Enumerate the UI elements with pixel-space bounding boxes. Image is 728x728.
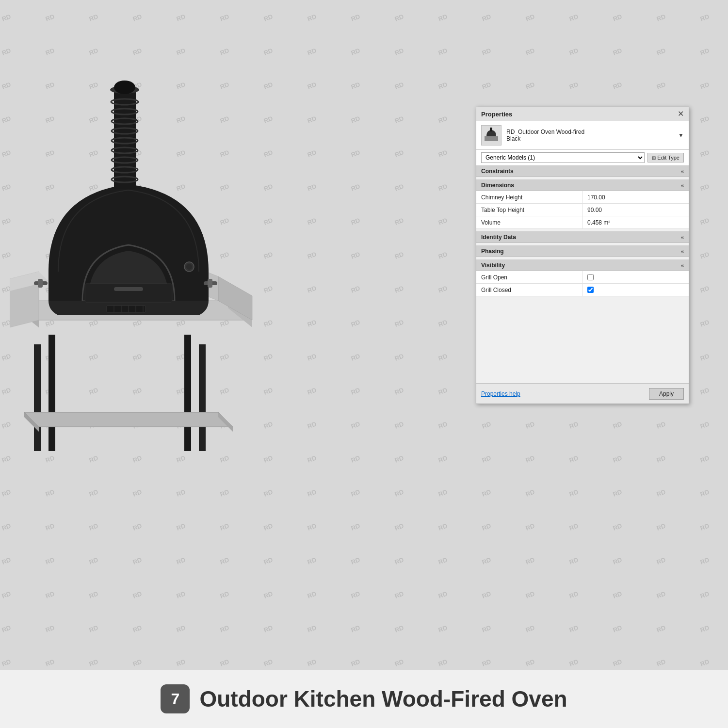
edit-type-button[interactable]: ⊞ Edit Type	[647, 153, 684, 162]
svg-rect-38	[107, 306, 146, 312]
svg-rect-37	[38, 279, 43, 288]
svg-rect-18	[85, 284, 172, 302]
panel-title: Properties	[481, 111, 512, 118]
svg-rect-44	[485, 136, 498, 141]
prop-row-volume: Volume 0.458 m³	[476, 216, 689, 229]
svg-point-33	[114, 81, 135, 94]
section-label-constraints: Constraints	[481, 168, 514, 175]
section-header-constraints[interactable]: Constraints «	[476, 166, 689, 177]
prop-label-chimney-height: Chimney Height	[476, 191, 582, 203]
prop-label-grill-closed: Grill Closed	[476, 284, 582, 296]
section-toggle-visibility[interactable]: «	[681, 262, 684, 268]
object-dropdown-arrow[interactable]: ▼	[678, 132, 684, 139]
prop-row-chimney-height: Chimney Height 170.00	[476, 191, 689, 204]
prop-row-table-top-height: Table Top Height 90.00	[476, 204, 689, 216]
section-header-dimensions[interactable]: Dimensions «	[476, 180, 689, 191]
panel-titlebar: Properties ✕	[476, 107, 689, 121]
type-selector-dropdown[interactable]: Generic Models (1)	[481, 152, 645, 163]
section-toggle-phasing[interactable]: «	[681, 248, 684, 254]
object-name-line1: RD_Outdoor Oven Wood-fired	[506, 129, 673, 135]
object-name-container: RD_Outdoor Oven Wood-fired Black	[506, 129, 673, 142]
panel-footer: Properties help Apply	[476, 384, 689, 404]
grill-closed-checkbox[interactable]	[587, 287, 594, 293]
item-number: 7	[161, 684, 190, 713]
section-label-visibility: Visibility	[481, 262, 505, 269]
section-toggle-dimensions[interactable]: «	[681, 182, 684, 188]
section-toggle-constraints[interactable]: «	[681, 168, 684, 174]
svg-rect-5	[199, 344, 206, 451]
svg-rect-3	[184, 335, 191, 451]
svg-marker-6	[24, 412, 233, 427]
svg-point-21	[186, 264, 192, 270]
prop-value-grill-closed	[582, 284, 689, 296]
prop-label-table-top-height: Table Top Height	[476, 204, 582, 216]
svg-rect-2	[49, 335, 55, 451]
prop-value-chimney-height: 170.00	[582, 191, 689, 203]
apply-button[interactable]: Apply	[649, 388, 684, 400]
prop-value-grill-open	[582, 271, 689, 283]
close-icon[interactable]: ✕	[678, 110, 684, 118]
prop-label-volume: Volume	[476, 216, 582, 228]
oven-illustration	[10, 63, 281, 461]
svg-rect-35	[208, 279, 212, 288]
prop-value-volume: 0.458 m³	[582, 216, 689, 228]
section-header-visibility[interactable]: Visibility «	[476, 260, 689, 271]
object-thumbnail	[481, 125, 502, 146]
grill-open-checkbox[interactable]	[587, 274, 594, 280]
prop-label-grill-open: Grill Open	[476, 271, 582, 283]
section-label-dimensions: Dimensions	[481, 182, 514, 189]
properties-panel: Properties ✕ RD_Outdoor Oven Wood-fired …	[476, 107, 689, 404]
edit-type-icon: ⊞	[652, 155, 656, 161]
item-title: Outdoor Kitchen Wood-Fired Oven	[199, 686, 567, 712]
section-toggle-identity[interactable]: «	[681, 234, 684, 240]
prop-row-grill-open: Grill Open	[476, 271, 689, 284]
object-name-line2: Black	[506, 135, 673, 142]
svg-rect-4	[34, 344, 41, 451]
properties-help-link[interactable]: Properties help	[481, 390, 520, 397]
prop-row-grill-closed: Grill Closed	[476, 284, 689, 296]
section-header-identity[interactable]: Identity Data «	[476, 232, 689, 243]
type-selector-row: Generic Models (1) ⊞ Edit Type	[476, 150, 689, 166]
svg-rect-45	[490, 128, 492, 131]
section-label-identity: Identity Data	[481, 234, 516, 241]
svg-rect-19	[114, 287, 143, 291]
bottom-bar: 7 Outdoor Kitchen Wood-Fired Oven	[0, 670, 728, 728]
section-spacer-visibility	[476, 296, 689, 384]
section-header-phasing[interactable]: Phasing «	[476, 246, 689, 257]
object-info-row: RD_Outdoor Oven Wood-fired Black ▼	[476, 121, 689, 150]
prop-value-table-top-height: 90.00	[582, 204, 689, 216]
section-label-phasing: Phasing	[481, 248, 504, 255]
